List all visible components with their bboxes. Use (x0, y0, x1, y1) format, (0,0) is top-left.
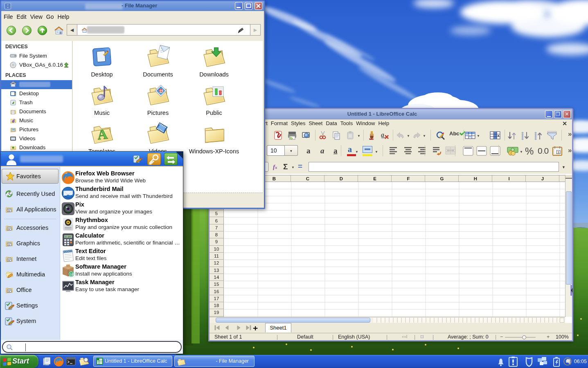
svg-text:3.14: 3.14 (65, 236, 71, 238)
svg-text:10: 10 (70, 272, 74, 276)
svg-text:3: 3 (557, 150, 559, 154)
svg-text:a: a (381, 131, 384, 138)
svg-text:A: A (97, 126, 108, 142)
